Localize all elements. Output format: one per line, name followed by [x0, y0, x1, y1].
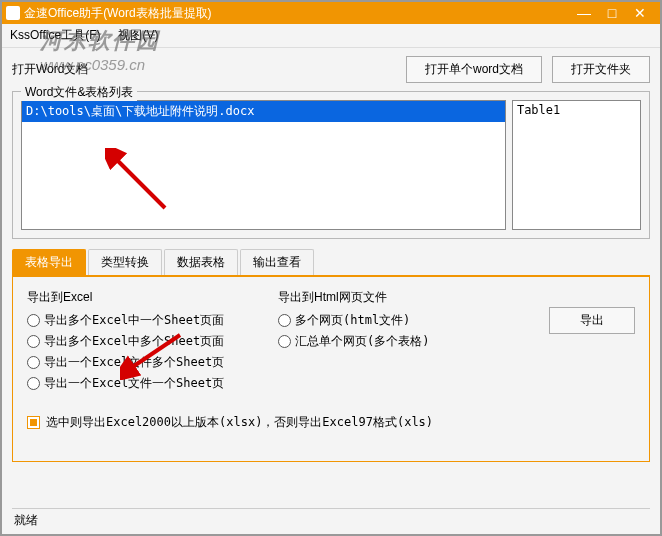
- tabs: 表格导出 类型转换 数据表格 输出查看: [12, 249, 650, 277]
- menu-tools[interactable]: KssOffice工具(F): [10, 27, 100, 44]
- filelist-fieldset: Word文件&表格列表 D:\tools\桌面\下载地址附件说明.docx Ta…: [12, 91, 650, 239]
- table-listbox[interactable]: Table1: [512, 100, 641, 230]
- title-text: 金速Office助手(Word表格批量提取): [24, 5, 576, 22]
- radio-excel-1[interactable]: 导出多个Excel中一个Sheet页面: [27, 312, 278, 329]
- tab-output[interactable]: 输出查看: [240, 249, 314, 275]
- radio-html-2[interactable]: 汇总单个网页(多个表格): [278, 333, 529, 350]
- table-item[interactable]: Table1: [513, 101, 640, 119]
- minimize-button[interactable]: —: [576, 5, 592, 21]
- radio-label: 导出多个Excel中一个Sheet页面: [44, 312, 224, 329]
- maximize-button[interactable]: □: [604, 5, 620, 21]
- radio-label: 汇总单个网页(多个表格): [295, 333, 429, 350]
- tab-export[interactable]: 表格导出: [12, 249, 86, 275]
- radio-label: 多个网页(html文件): [295, 312, 410, 329]
- open-folder-button[interactable]: 打开文件夹: [552, 56, 650, 83]
- radio-excel-3[interactable]: 导出一个Excel文件多个Sheet页: [27, 354, 278, 371]
- file-item[interactable]: D:\tools\桌面\下载地址附件说明.docx: [22, 101, 505, 122]
- file-listbox[interactable]: D:\tools\桌面\下载地址附件说明.docx: [21, 100, 506, 230]
- titlebar: 金速Office助手(Word表格批量提取) — □ ✕: [2, 2, 660, 24]
- open-single-button[interactable]: 打开单个word文档: [406, 56, 542, 83]
- xlsx-checkbox[interactable]: [27, 416, 40, 429]
- radio-label: 导出一个Excel文件一个Sheet页: [44, 375, 224, 392]
- status-text: 就绪: [14, 513, 38, 527]
- xlsx-checkbox-row[interactable]: 选中则导出Excel2000以上版本(xlsx)，否则导出Excel97格式(x…: [27, 414, 635, 431]
- radio-excel-4[interactable]: 导出一个Excel文件一个Sheet页: [27, 375, 278, 392]
- statusbar: 就绪: [12, 508, 650, 532]
- app-icon: [6, 6, 20, 20]
- export-html-title: 导出到Html网页文件: [278, 289, 529, 306]
- radio-label: 导出一个Excel文件多个Sheet页: [44, 354, 224, 371]
- radio-excel-2[interactable]: 导出多个Excel中多个Sheet页面: [27, 333, 278, 350]
- menu-view[interactable]: 视图(V): [118, 27, 158, 44]
- tab-convert[interactable]: 类型转换: [88, 249, 162, 275]
- radio-label: 导出多个Excel中多个Sheet页面: [44, 333, 224, 350]
- export-button[interactable]: 导出: [549, 307, 635, 334]
- menubar: KssOffice工具(F) 视图(V): [2, 24, 660, 48]
- close-button[interactable]: ✕: [632, 5, 648, 21]
- tab-panel-export: 导出到Excel 导出多个Excel中一个Sheet页面 导出多个Excel中多…: [12, 277, 650, 462]
- radio-html-1[interactable]: 多个网页(html文件): [278, 312, 529, 329]
- open-label: 打开Word文档: [12, 61, 88, 78]
- xlsx-checkbox-label: 选中则导出Excel2000以上版本(xlsx)，否则导出Excel97格式(x…: [46, 414, 433, 431]
- tab-data[interactable]: 数据表格: [164, 249, 238, 275]
- filelist-legend: Word文件&表格列表: [21, 84, 137, 101]
- export-excel-title: 导出到Excel: [27, 289, 278, 306]
